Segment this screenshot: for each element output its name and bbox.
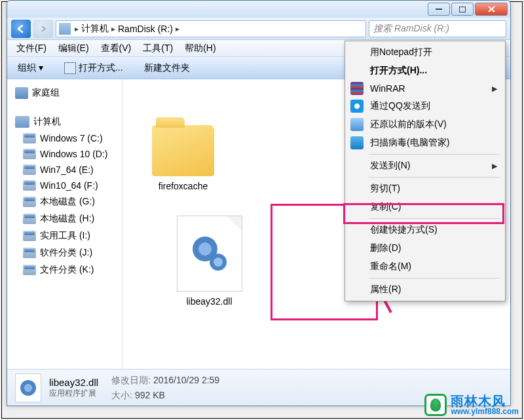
address-bar: ▸ 计算机 ▸ RamDisk (R:) ▸ 搜索 RamDisk (R:) [7,18,510,40]
details-meta: 修改日期:2016/10/29 2:59 大小:992 KB [111,373,219,402]
dll-file-icon [177,216,242,292]
drive-icon [23,214,36,224]
nav-pane: 家庭组 计算机 Windows 7 (C:) Windows 10 (D:) W… [7,79,122,387]
folder-icon [152,125,214,176]
drive-icon [23,197,36,207]
folder-item[interactable]: firefoxcache [129,88,237,197]
titlebar [7,1,510,18]
open-with-button[interactable]: 打开方式... [59,60,128,77]
nav-drive[interactable]: 实用工具 (I:) [7,227,122,244]
nav-computer[interactable]: 计算机 [7,113,122,130]
maximize-button[interactable] [451,3,474,16]
submenu-arrow-icon: ▶ [492,162,497,170]
drive-icon [23,164,36,175]
menu-view[interactable]: 查看(V) [96,41,137,56]
nav-drive[interactable]: 本地磁盘 (H:) [7,210,122,227]
item-label: firefoxcache [159,180,208,192]
drive-icon [23,180,36,191]
nav-homegroup[interactable]: 家庭组 [7,85,122,102]
nav-drive[interactable]: Windows 10 (D:) [7,146,122,162]
separator [369,218,500,219]
details-text: libeay32.dll 应用程序扩展 [49,377,98,399]
winrar-icon [350,82,364,95]
ctx-shortcut[interactable]: 创建快捷方式(S) [346,221,504,239]
watermark-title: 雨林木风 [451,394,519,408]
details-filetype: 应用程序扩展 [49,388,98,399]
watermark: 雨林木风 www.ylmf888.com [424,394,519,416]
separator [369,177,500,178]
drive-icon [23,231,36,241]
ctx-delete[interactable]: 删除(D) [346,239,504,258]
ctx-restore-version[interactable]: 还原以前的版本(V) [346,115,504,134]
ctx-notepad[interactable]: 用Notepad打开 [346,43,504,62]
ctx-cut[interactable]: 剪切(T) [346,180,504,198]
drive-icon [23,265,36,275]
nav-drive[interactable]: 软件分类 (J:) [7,244,122,261]
separator [369,278,500,278]
item-label: libeay32.dll [186,296,232,307]
nav-drive[interactable]: 本地磁盘 (G:) [7,193,122,210]
ctx-rename[interactable]: 重命名(M) [346,258,504,276]
menu-tools[interactable]: 工具(T) [138,41,178,56]
breadcrumb[interactable]: ▸ 计算机 ▸ RamDisk (R:) ▸ [56,20,366,37]
submenu-arrow-icon: ▶ [492,85,497,93]
crumb-computer[interactable]: 计算机 [81,23,109,35]
shield-icon [350,136,364,149]
chevron-right-icon: ▸ [110,24,117,33]
ctx-open-with[interactable]: 打开方式(H)... [346,62,504,80]
crumb-drive[interactable]: RamDisk (R:) [118,24,173,34]
qq-icon [350,100,364,113]
close-button[interactable] [475,3,508,16]
ctx-scan-virus[interactable]: 扫描病毒(电脑管家) [346,134,504,152]
svg-rect-1 [459,7,466,12]
organize-button[interactable]: 组织 ▾ [12,60,48,77]
dll-item[interactable]: libeay32.dll [155,204,263,313]
nav-drive[interactable]: Win10_64 (F:) [7,178,122,193]
app-icon [64,62,76,74]
drive-icon [23,133,36,143]
ctx-copy[interactable]: 复制(C) [346,198,504,216]
nav-drive[interactable]: Windows 7 (C:) [7,130,122,146]
watermark-url: www.ylmf888.com [451,408,519,415]
new-folder-button[interactable]: 新建文件夹 [139,60,195,77]
nav-drive[interactable]: Win7_64 (E:) [7,162,122,178]
gear-icon [20,380,36,396]
watermark-logo-icon [424,394,447,416]
ctx-qq-send[interactable]: 通过QQ发送到 [346,97,504,115]
back-button[interactable] [11,20,31,38]
chevron-right-icon: ▸ [174,24,181,33]
drive-icon [23,149,36,159]
forward-button[interactable] [33,20,53,38]
file-type-icon [15,373,41,402]
menu-edit[interactable]: 编辑(E) [53,41,94,56]
drive-icon [59,23,71,35]
homegroup-icon [15,87,28,99]
search-input[interactable]: 搜索 RamDisk (R:) [369,20,506,37]
nav-drive[interactable]: 文件分类 (K:) [7,261,122,278]
menu-help[interactable]: 帮助(H) [179,41,221,56]
chevron-right-icon: ▸ [73,24,80,33]
ctx-send-to[interactable]: 发送到(N)▶ [346,157,504,175]
minimize-button[interactable] [428,3,450,16]
menu-file[interactable]: 文件(F) [11,41,52,56]
restore-icon [350,118,364,131]
details-filename: libeay32.dll [49,377,98,388]
svg-rect-0 [436,9,442,10]
ctx-properties[interactable]: 属性(R) [346,280,504,299]
drive-icon [23,248,36,258]
gear-icon [191,235,228,272]
computer-icon [15,116,29,128]
separator [369,154,500,155]
ctx-winrar[interactable]: WinRAR▶ [346,80,504,97]
context-menu: 用Notepad打开 打开方式(H)... WinRAR▶ 通过QQ发送到 还原… [345,41,506,301]
